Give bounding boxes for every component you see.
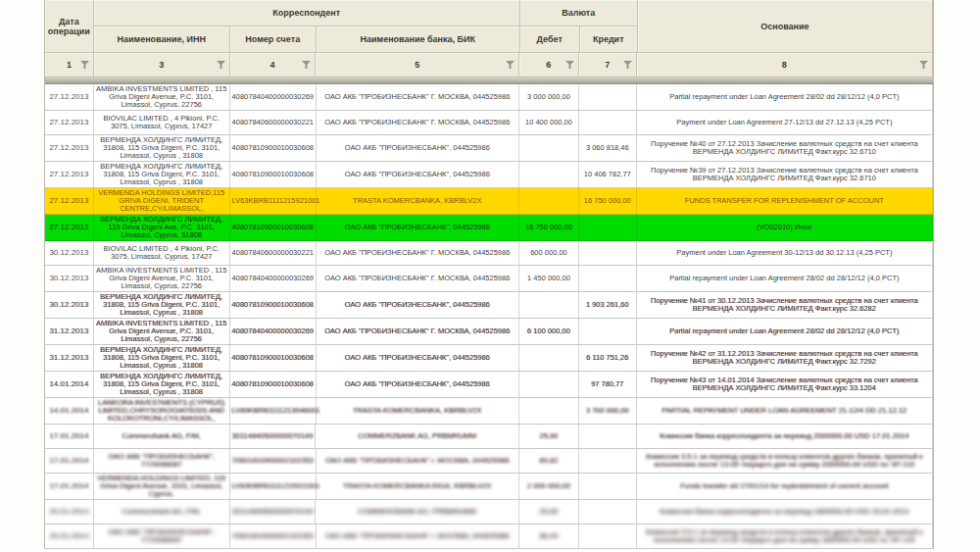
cell-date[interactable]: 17.01.2014 [45, 425, 94, 449]
table-row[interactable]: 30.12.2013BIOVILAC LIMITED , 4 Pikioni, … [45, 241, 933, 266]
column-number-7[interactable]: 7 [579, 53, 637, 77]
cell-date[interactable]: 17.01.2014 [45, 449, 94, 474]
cell-correspondent-name[interactable]: BIOVILAC LIMITED , 4 Pikioni, P.C. 3075,… [94, 111, 230, 135]
cell-correspondent-name[interactable]: ВЕРМЕНДА ХОЛДИНГС ЛИМИТЕД, 115 Griva Dig… [94, 215, 230, 241]
cell-basis[interactable]: Комиссия 3.5.1 за перевод средств в поль… [637, 449, 933, 474]
cell-bank[interactable]: COMMERZBANK AG, PRBMRUMM [316, 500, 519, 525]
cell-account-number[interactable]: 70601810900002102353 [230, 449, 317, 474]
cell-debit[interactable]: 6 100 000,00 [519, 319, 579, 345]
cell-debit[interactable]: 3 000 000,00 [519, 84, 579, 111]
column-header-correspondent[interactable]: Корреспондент [94, 0, 520, 26]
cell-account-number[interactable]: 40807810900010030608 [230, 292, 317, 319]
cell-debit[interactable] [519, 345, 579, 372]
cell-credit[interactable]: 3 700 000,00 [579, 398, 637, 425]
table-row[interactable]: 27.12.2013ВЕРМЕНДА ХОЛДИНГС ЛИМИТЕД, 115… [45, 215, 933, 241]
cell-basis[interactable]: PARTIAL REPAYMENT UNDER LOAN AGREEMENT 2… [637, 398, 933, 425]
cell-correspondent-name[interactable]: AMBIKA INVESTMENTS LIMITED , 115 Griva D… [94, 319, 230, 345]
cell-account-number[interactable]: 40807840400000030269 [230, 266, 317, 292]
cell-credit[interactable] [579, 241, 637, 266]
column-number-8[interactable]: 8 [637, 53, 933, 77]
cell-debit[interactable]: 89,82 [519, 449, 579, 474]
cell-credit[interactable]: 16 750 000,00 [579, 188, 637, 215]
cell-date[interactable]: 31.12.2013 [45, 319, 94, 345]
table-row[interactable]: 31.12.2013AMBIKA INVESTMENTS LIMITED , 1… [45, 319, 933, 345]
table-row[interactable]: 31.12.2013ВЕРМЕНДА ХОЛДИНГС ЛИМИТЕД, 318… [45, 345, 933, 372]
cell-credit[interactable]: 6 110 751,26 [579, 345, 637, 372]
cell-debit[interactable] [519, 188, 579, 215]
cell-correspondent-name[interactable]: ВЕРМЕНДА ХОЛДИНГС ЛИМИТЕД, 31808, 115 Gr… [94, 345, 230, 372]
cell-correspondent-name[interactable]: ОАО АКБ "ПРОБИЗНЕСБАНК", 7729086087 [94, 449, 230, 474]
cell-bank[interactable]: ОАО АКБ "ПРОБИЗНЕСБАНК" г. МОСКВА, 04452… [317, 525, 519, 549]
cell-basis[interactable]: Комиссия банка корреспондента за перевод… [637, 500, 933, 525]
column-number-4[interactable]: 4 [230, 53, 317, 77]
cell-date[interactable]: 14.01.2014 [45, 372, 94, 398]
cell-basis[interactable]: Partial repayment under Loan Agreement 2… [637, 84, 933, 111]
cell-credit[interactable] [579, 319, 637, 345]
cell-account-number[interactable]: 40807810900010030608 [230, 135, 317, 162]
cell-account-number[interactable]: 40807840600000030221 [230, 111, 317, 135]
cell-bank[interactable]: ОАО АКБ "ПРОБИЗНЕСБАНК" Г. МОСКВА, 04452… [317, 241, 519, 266]
cell-account-number[interactable]: 40807840600000030221 [230, 241, 317, 266]
table-row[interactable]: 30.12.2013AMBIKA INVESTMENTS LIMITED , 1… [45, 266, 933, 292]
cell-credit[interactable]: 10 406 782,77 [579, 162, 637, 188]
cell-correspondent-name[interactable]: LANKORA INVESTMENTS (CYPRUS) LIMITED,CHR… [94, 398, 230, 425]
cell-bank[interactable]: ОАО АКБ "ПРОБИЗНЕСБАНК" г. МОСКВА, 04452… [317, 449, 519, 474]
filter-funnel-icon[interactable] [919, 61, 928, 69]
cell-basis[interactable]: Поручение №39 от 27.12.2013 Зачисление в… [637, 162, 933, 188]
column-header-bank-bik[interactable]: Наименование банка, БИК [317, 26, 520, 53]
filter-funnel-icon[interactable] [80, 61, 89, 69]
cell-credit[interactable] [579, 84, 637, 111]
cell-account-number[interactable]: 40807810900010030608 [230, 372, 317, 398]
cell-credit[interactable] [579, 474, 637, 500]
cell-account-number[interactable]: 40807840400000030269 [230, 319, 317, 345]
cell-credit[interactable] [579, 425, 637, 449]
cell-account-number[interactable]: 70601810900002102353 [230, 525, 317, 549]
cell-debit[interactable]: 2 000 000,00 [519, 474, 579, 500]
cell-basis[interactable]: Поручение №41 от 30.12.2013 Зачисление в… [637, 292, 933, 319]
cell-debit[interactable]: 86,43 [519, 525, 579, 549]
cell-account-number[interactable]: LV89KBRB1111213946001 [230, 398, 317, 425]
cell-credit[interactable] [579, 266, 637, 292]
cell-date[interactable]: 30.12.2013 [45, 241, 94, 266]
cell-basis[interactable]: Funds transfer dd 17/01/14 for replenish… [637, 474, 933, 500]
cell-basis[interactable]: Комиссия банка корреспондента за перевод… [637, 425, 933, 449]
filter-funnel-icon[interactable] [565, 61, 574, 69]
table-row[interactable]: 30.12.2013ВЕРМЕНДА ХОЛДИНГС ЛИМИТЕД, 318… [45, 292, 933, 319]
filter-funnel-icon[interactable] [302, 61, 311, 69]
table-row[interactable]: 14.01.2014LANKORA INVESTMENTS (CYPRUS) L… [45, 398, 933, 425]
cell-date[interactable]: 27.12.2013 [45, 111, 94, 135]
table-row[interactable]: 17.01.2014VERMENDA HOLDINGS LIMITED, 115… [45, 474, 933, 500]
cell-date[interactable]: 20.01.2014 [45, 500, 94, 525]
cell-debit[interactable]: 1 450 000,00 [519, 266, 579, 292]
cell-basis[interactable]: Поручение №40 от 27.12.2013 Зачисление в… [637, 135, 933, 162]
table-row[interactable]: 20.01.2014ОАО АКБ "ПРОБИЗНЕСБАНК", 77290… [45, 525, 933, 549]
cell-correspondent-name[interactable]: Commerzbank AG, F/M, [94, 500, 230, 525]
cell-correspondent-name[interactable]: Commerzbank AG, F/M, [94, 425, 230, 449]
cell-correspondent-name[interactable]: ВЕРМЕНДА ХОЛДИНГС ЛИМИТЕД, 31808, 115 Gr… [94, 372, 230, 398]
cell-basis[interactable]: Поручение №43 от 14.01.2014 Зачисление в… [637, 372, 933, 398]
cell-account-number[interactable]: LV63KBRB1111215921001 [230, 474, 317, 500]
filter-funnel-icon[interactable] [506, 61, 514, 69]
filter-funnel-icon[interactable] [623, 61, 632, 69]
table-row[interactable]: 27.12.2013ВЕРМЕНДА ХОЛДИНГС ЛИМИТЕД, 318… [45, 162, 933, 188]
cell-credit[interactable] [579, 215, 637, 241]
cell-basis[interactable]: Partial repayment under Loan Agreement 2… [637, 266, 933, 292]
column-number-6[interactable]: 6 [519, 53, 579, 77]
cell-bank[interactable]: ОАО АКБ "ПРОБИЗНЕСБАНК", 044525986 [317, 372, 519, 398]
cell-account-number[interactable]: 40807810900010030608 [230, 215, 317, 241]
filter-funnel-icon[interactable] [217, 61, 225, 69]
cell-credit[interactable]: 97 780,77 [579, 372, 637, 398]
cell-basis[interactable]: Partial repayment under Loan Agreement 2… [637, 319, 933, 345]
cell-basis[interactable]: Payment under Loan Agreement 27-12/13 dd… [637, 111, 933, 135]
table-row[interactable]: 17.01.2014Commerzbank AG, F/M,3011484050… [45, 425, 933, 449]
cell-correspondent-name[interactable]: ВЕРМЕНДА ХОЛДИНГС ЛИМИТЕД, 31808, 115 Gr… [94, 135, 230, 162]
cell-debit[interactable]: 16 750 000,00 [519, 215, 579, 241]
cell-credit[interactable]: 3 060 818,46 [579, 135, 637, 162]
cell-bank[interactable]: ОАО АКБ "ПРОБИЗНЕСБАНК", 044525986 [317, 215, 519, 241]
table-row[interactable]: 17.01.2014ОАО АКБ "ПРОБИЗНЕСБАНК", 77290… [45, 449, 933, 474]
cell-bank[interactable]: COMMERZBANK AG, PRBMRUMM [316, 425, 519, 449]
cell-date[interactable]: 27.12.2013 [45, 135, 94, 162]
column-header-credit[interactable]: Кредит [580, 26, 638, 53]
cell-date[interactable]: 27.12.2013 [45, 215, 94, 241]
cell-credit[interactable] [579, 111, 637, 135]
